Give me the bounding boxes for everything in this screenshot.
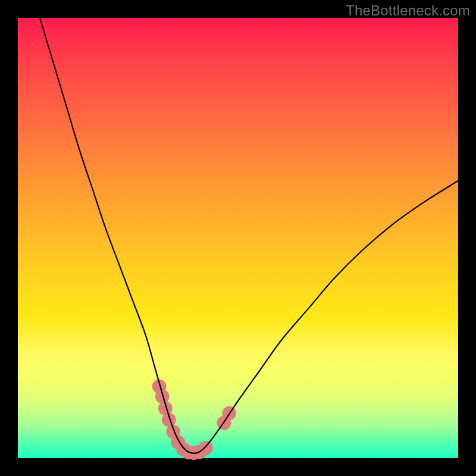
marker-group: [152, 380, 236, 460]
bottleneck-curve-path: [40, 18, 458, 453]
chart-plot-area: [18, 18, 458, 458]
curve-marker: [199, 441, 213, 455]
chart-svg: [18, 18, 458, 458]
watermark-label: TheBottleneck.com: [346, 2, 470, 19]
chart-frame: TheBottleneck.com: [0, 0, 476, 476]
